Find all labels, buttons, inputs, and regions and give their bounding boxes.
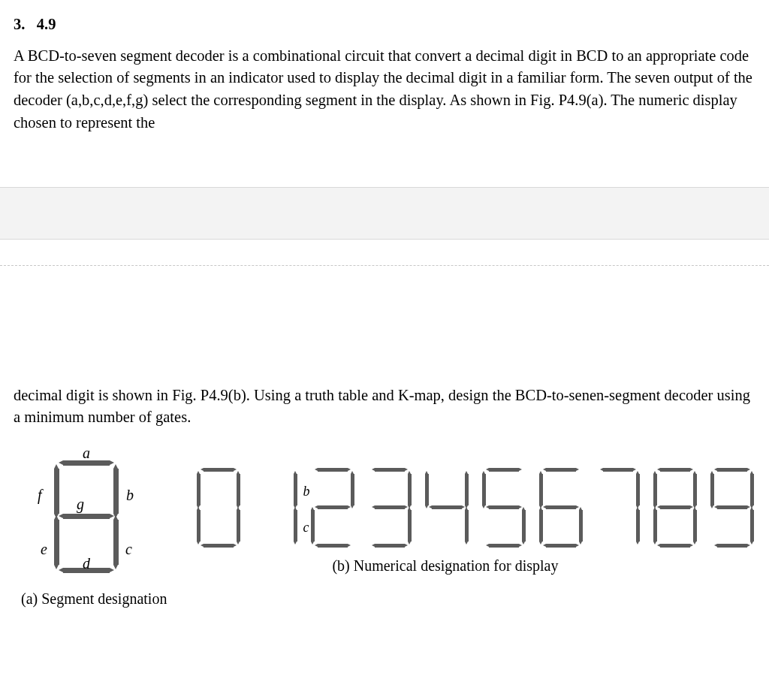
label-d: d — [83, 553, 90, 575]
segment-e — [197, 510, 201, 542]
caption-a: (a) Segment designation — [21, 588, 167, 610]
segment-a — [717, 468, 747, 472]
digits-row: bc — [197, 468, 754, 548]
segment-d — [375, 544, 405, 548]
seven-seg-digit — [482, 468, 526, 548]
segment-d — [717, 544, 747, 548]
segment-c — [465, 510, 469, 542]
segment-a — [546, 468, 576, 472]
seven-seg-digit — [653, 468, 697, 548]
segment-b — [693, 474, 697, 505]
segment-c — [636, 510, 640, 542]
seven-seg-digit — [539, 468, 583, 548]
question-number: 3. 4.9 — [14, 14, 755, 36]
segment-b — [294, 474, 297, 505]
mini-label-c: c — [303, 517, 309, 537]
seven-seg-digit — [425, 468, 469, 548]
segment-g — [63, 514, 110, 519]
segment-a — [660, 468, 690, 472]
mini-label-b: b — [303, 481, 309, 501]
segment-c — [693, 510, 697, 542]
segment-e — [54, 520, 59, 565]
segment-c — [522, 510, 526, 542]
figure-b: bc (b) Numerical designation for display — [197, 441, 754, 577]
segment-d — [204, 544, 234, 548]
label-c: c — [125, 539, 132, 560]
figure-area: a b c d e f g (a) Segment designation bc… — [14, 441, 755, 610]
seven-seg-digit — [368, 468, 412, 548]
segment-b — [351, 474, 354, 505]
segment-f — [54, 469, 59, 514]
question-index: 3. — [14, 16, 25, 32]
segment-a — [375, 468, 405, 472]
segment-e — [653, 510, 657, 542]
segment-g — [717, 505, 747, 509]
segment-b — [408, 474, 412, 505]
segment-b — [465, 474, 469, 505]
segment-d — [489, 544, 519, 548]
digit-0 — [197, 468, 240, 548]
label-b: b — [126, 484, 134, 506]
digit-8 — [653, 468, 697, 548]
page-gap-band — [0, 187, 769, 240]
figure-a: a b c d e f g (a) Segment designation — [21, 441, 167, 610]
label-a: a — [83, 442, 90, 464]
label-e: e — [41, 539, 47, 560]
segment-f — [710, 474, 714, 505]
digit-3 — [368, 468, 412, 548]
seven-seg-digit — [710, 468, 754, 548]
segment-b — [237, 474, 240, 505]
paragraph-1: A BCD-to-seven segment decoder is a comb… — [14, 45, 755, 134]
question-ref: 4.9 — [37, 16, 56, 32]
segment-f — [482, 474, 486, 505]
caption-b: (b) Numerical designation for display — [332, 555, 558, 577]
segment-a — [318, 468, 348, 472]
seven-seg-digit — [197, 468, 240, 548]
digit-4 — [425, 468, 469, 548]
segment-d — [660, 544, 690, 548]
segment-e — [539, 510, 543, 542]
segment-c — [750, 510, 754, 542]
seven-seg-digit — [311, 468, 354, 548]
segment-c — [237, 510, 240, 542]
segment-g — [318, 505, 348, 509]
segment-f — [653, 474, 657, 505]
digit-9 — [710, 468, 754, 548]
digit-1: bc — [254, 468, 297, 548]
segment-f — [539, 474, 543, 505]
segment-g — [489, 505, 519, 509]
segment-g — [432, 505, 462, 509]
paragraph-2: decimal digit is shown in Fig. P4.9(b). … — [14, 385, 755, 429]
segment-a — [489, 468, 519, 472]
digit-2 — [311, 468, 354, 548]
segment-b — [113, 469, 119, 514]
segment-c — [113, 520, 119, 565]
segment-a — [603, 468, 633, 472]
segment-f — [197, 474, 201, 505]
segment-c — [579, 510, 583, 542]
label-g: g — [77, 493, 84, 515]
segment-b — [750, 474, 754, 505]
segment-b — [636, 474, 640, 505]
segment-designation-digit: a b c d e f g — [54, 460, 119, 573]
segment-d — [318, 544, 348, 548]
segment-e — [311, 510, 315, 542]
label-f: f — [38, 484, 42, 506]
seven-seg-digit — [254, 468, 297, 548]
segment-d — [546, 544, 576, 548]
segment-c — [408, 510, 412, 542]
digit-6 — [539, 468, 583, 548]
segment-g — [375, 505, 405, 509]
digit-5 — [482, 468, 526, 548]
segment-g — [660, 505, 690, 509]
digit-7 — [596, 468, 640, 548]
seven-seg-digit — [596, 468, 640, 548]
segment-c — [294, 510, 297, 542]
segment-g — [546, 505, 576, 509]
segment-a — [204, 468, 234, 472]
segment-f — [425, 474, 429, 505]
